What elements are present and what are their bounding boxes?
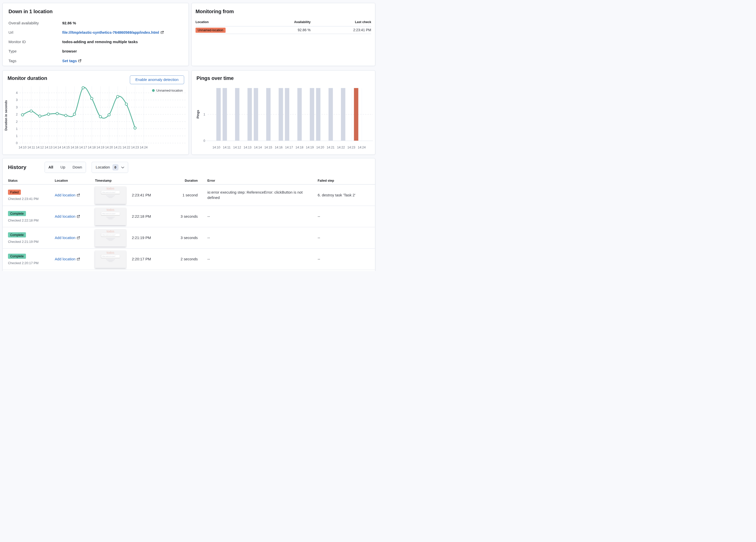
external-link-icon — [78, 59, 81, 62]
duration-x-tick-label: 14:21 — [114, 146, 122, 149]
description-label: Tags — [8, 59, 62, 63]
history-column-header: Location — [55, 179, 91, 182]
filter-all-button[interactable]: All — [45, 162, 57, 172]
duration-y-tick-label: 3 — [16, 105, 18, 109]
duration-cell: 2 seconds — [154, 257, 198, 261]
duration-data-point — [65, 114, 67, 117]
duration-x-tick-label: 14:13 — [45, 146, 52, 149]
history-panel: History All Up Down Location 0 StatusLoc… — [3, 158, 375, 271]
pings-grid — [206, 88, 373, 141]
duration-y-tick-label: 1 — [16, 127, 18, 131]
thumbnail-input-placeholder: What needs to be done? — [101, 233, 120, 236]
duration-data-point — [134, 127, 136, 129]
monitor-description-list: Overall availability92.86 %Urlfile:///tm… — [8, 21, 183, 63]
location-filter-label: Location — [96, 165, 110, 169]
ping-bar-up — [285, 88, 289, 140]
step-screenshot-thumbnail[interactable]: todosWhat needs to be done? — [95, 229, 126, 246]
duration-y-tick-label: 0 — [16, 141, 18, 145]
failed-step-cell: 6. destroy task 'Task 2' — [318, 193, 371, 197]
ping-bar-up — [279, 88, 283, 140]
failed-step-cell: -- — [318, 257, 371, 261]
location-cell: Add location — [55, 235, 91, 240]
description-row: TagsSet tags — [8, 59, 183, 63]
status-badge: Complete — [8, 253, 26, 258]
pings-y-tick-label: 1 — [204, 113, 205, 116]
pings-x-tick-label: 14:17 — [285, 146, 293, 149]
duration-y-tick-label: 3 — [16, 98, 18, 102]
history-column-header: Failed step — [318, 179, 371, 182]
checked-timestamp: Checked 2:21:19 PM — [8, 240, 52, 243]
add-location-link[interactable]: Add location — [55, 235, 76, 239]
enable-anomaly-detection-button[interactable]: Enable anomaly detection — [130, 75, 184, 84]
thumbnail-input-placeholder: What needs to be done? — [101, 212, 120, 215]
monitoring-from-table: Location Availability Last check Unnamed… — [195, 19, 371, 34]
duration-x-tick-label: 14:15 — [62, 146, 70, 149]
ping-bar-up — [235, 88, 239, 140]
legend-dot-icon — [152, 89, 155, 92]
step-screenshot-thumbnail[interactable]: todosWhat needs to be done? — [95, 208, 126, 225]
thumbnail-app-title: todos — [95, 250, 126, 254]
external-link-icon — [77, 215, 80, 218]
status-cell: CompleteChecked 2:20:17 PM — [8, 253, 52, 264]
pings-x-tick-label: 14:13 — [244, 146, 251, 149]
pings-x-tick-label: 14:24 — [358, 146, 366, 149]
chevron-down-icon — [121, 165, 124, 169]
add-location-link[interactable]: Add location — [55, 193, 76, 197]
set-tags-link[interactable]: Set tags — [62, 59, 77, 63]
ping-bar-up — [216, 88, 221, 140]
duration-cell: 3 seconds — [154, 214, 198, 218]
filter-down-button[interactable]: Down — [69, 162, 86, 172]
monitor-duration-chart[interactable]: 4332211014:1014:1114:1214:1314:1414:1514… — [3, 84, 189, 152]
ping-bar-up — [266, 88, 271, 140]
duration-y-tick-label: 4 — [16, 91, 18, 95]
history-column-header: Error — [207, 179, 304, 182]
duration-y-tick-label: 2 — [16, 113, 18, 116]
duration-x-tick-label: 14:22 — [122, 146, 130, 149]
error-cell: io:error executing step: ReferenceError:… — [207, 189, 304, 200]
history-row: CompleteChecked 2:22:18 PMAdd locationto… — [3, 206, 375, 227]
pings-x-tick-label: 14:20 — [316, 146, 324, 149]
step-screenshot-thumbnail[interactable]: todosWhat needs to be done? — [95, 250, 126, 268]
pings-x-tick-label: 14:19 — [306, 146, 314, 149]
monitor-duration-title: Monitor duration — [8, 75, 47, 81]
description-value: file:///tmp/elastic-synthetics-764860569… — [62, 30, 164, 34]
chart-legend[interactable]: Unnamed-location — [152, 89, 183, 92]
description-label: Type — [8, 49, 62, 54]
duration-x-tick-label: 14:19 — [97, 146, 104, 149]
ping-bar-up — [254, 88, 258, 140]
monitor-url-link[interactable]: file:///tmp/elastic-synthetics-764860569… — [62, 30, 159, 34]
description-label: Url — [8, 30, 62, 34]
description-row: Monitor IDtodos-adding and removing mult… — [8, 40, 183, 44]
add-location-link[interactable]: Add location — [55, 257, 76, 261]
duration-data-points[interactable] — [21, 86, 136, 129]
duration-x-tick-label: 14:17 — [79, 146, 87, 149]
duration-y-tick-label: 1 — [16, 134, 18, 138]
thumbnail-app-title: todos — [95, 208, 126, 211]
add-location-link[interactable]: Add location — [55, 214, 76, 218]
history-row: CompleteChecked 2:20:17 PMAdd locationto… — [3, 249, 375, 270]
description-label: Monitor ID — [8, 40, 62, 44]
ping-bar-up — [341, 88, 345, 140]
location-filter-button[interactable]: Location 0 — [92, 162, 128, 173]
description-value: 92.86 % — [62, 21, 76, 25]
status-cell: FailedChecked 2:23:41 PM — [8, 189, 52, 201]
failed-step-cell: -- — [318, 214, 371, 218]
last-check-value: 2:23:41 PM — [311, 28, 371, 32]
status-cell: CompleteChecked 2:21:19 PM — [8, 232, 52, 243]
thumbnail-text-lines — [95, 217, 126, 219]
thumbnail-app-title: todos — [95, 229, 126, 233]
pings-over-time-chart[interactable]: 1014:1014:1114:1214:1314:1414:1514:1614:… — [192, 84, 375, 152]
availability-value: 92.86 % — [250, 28, 311, 32]
step-screenshot-thumbnail[interactable]: todosWhat needs to be done? — [95, 186, 126, 204]
error-cell: -- — [207, 235, 304, 240]
duration-data-point — [21, 114, 24, 116]
description-value: browser — [62, 49, 77, 54]
filter-up-button[interactable]: Up — [57, 162, 69, 172]
column-header-location: Location — [195, 20, 250, 24]
ping-bar-up — [316, 88, 320, 140]
pings-x-tick-label: 14:10 — [212, 146, 220, 149]
external-link-icon — [160, 31, 164, 34]
pings-x-tick-label: 14:15 — [264, 146, 272, 149]
error-cell: -- — [207, 214, 304, 219]
pings-x-tick-label: 14:11 — [223, 146, 230, 149]
